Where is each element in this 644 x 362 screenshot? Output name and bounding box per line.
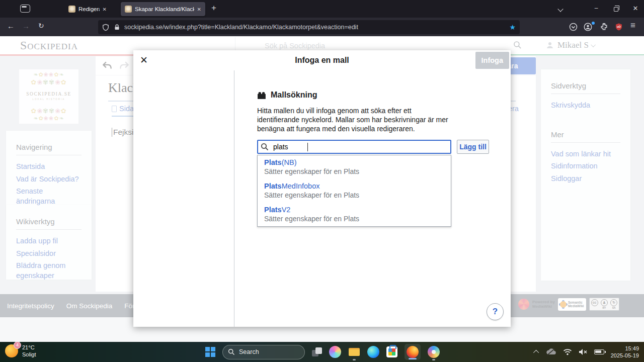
paint-app-icon[interactable] — [428, 346, 440, 358]
template-puzzle-icon — [257, 91, 267, 100]
screen: Redigerar Bruksanvisning:AttBi ✕ Skapar … — [0, 0, 644, 362]
tray-chevron-up-icon[interactable] — [533, 350, 539, 355]
lock-icon[interactable] — [114, 24, 120, 31]
svg-text:uO: uO — [617, 25, 621, 28]
weather-widget[interactable]: 4 21°CSoligt — [5, 344, 36, 358]
volume-muted-icon[interactable] — [579, 348, 588, 355]
help-button[interactable]: ? — [487, 303, 504, 320]
tracking-shield-icon[interactable] — [102, 24, 109, 31]
clock-date: 2025-05-19 — [611, 352, 639, 359]
window-restore-button[interactable] — [606, 0, 626, 17]
running-indicator — [353, 359, 356, 360]
account-notification-dot — [592, 22, 595, 25]
wiki-page: Sockipedia Mikael S ❧✿❀❀✿❧ ✿❀✾✾❀✿ SOCKIP… — [0, 36, 644, 342]
window-minimize-button[interactable]: – — [586, 0, 606, 17]
tab-favicon — [68, 6, 75, 13]
microsoft-store-icon[interactable] — [386, 346, 397, 357]
browser-titlebar: Redigerar Bruksanvisning:AttBi ✕ Skapar … — [0, 0, 644, 18]
dialog-body: Mallsökning Hitta mallen du vill infoga … — [133, 70, 511, 327]
menu-hamburger-icon[interactable]: ≡ — [630, 21, 635, 31]
clock-time: 15:49 — [611, 345, 639, 352]
tab-close-icon[interactable]: ✕ — [103, 7, 107, 12]
search-results-dropdown: Plats(NB) Sätter egenskaper för en Plats… — [257, 155, 451, 227]
taskbar-clock[interactable]: 15:49 2025-05-19 — [611, 345, 639, 359]
windows-taskbar: 4 21°CSoligt Search 15:49 202 — [0, 342, 644, 362]
insert-button-disabled[interactable]: Infoga — [475, 52, 510, 69]
list-tabs-chevron-icon[interactable] — [557, 6, 563, 12]
forward-button[interactable]: → — [22, 22, 30, 30]
account-icon[interactable] — [584, 23, 592, 31]
weather-badge: 4 — [14, 341, 21, 349]
onedrive-offline-cloud-icon[interactable] — [545, 348, 556, 356]
back-button[interactable]: ← — [7, 22, 15, 30]
insert-template-dialog: ✕ Infoga en mall Infoga Mallsökning Hitt… — [133, 50, 511, 327]
firefox-icon — [407, 346, 419, 358]
ublock-shield-icon[interactable]: uO — [615, 23, 623, 31]
wifi-icon[interactable] — [563, 348, 572, 355]
firefox-view-icon[interactable] — [20, 5, 30, 13]
dialog-header: ✕ Infoga en mall Infoga — [133, 50, 511, 70]
system-tray: 15:49 2025-05-19 — [535, 342, 639, 362]
battery-icon[interactable] — [594, 349, 604, 354]
new-tab-button[interactable]: + — [211, 3, 216, 13]
search-description: Hitta mallen du vill infoga genom att sö… — [257, 106, 454, 133]
result-platsv2[interactable]: PlatsV2 Sätter egenskaper för en Plats — [258, 203, 451, 226]
section-heading: Mallsökning — [257, 90, 511, 100]
result-platsmedinfobox[interactable]: PlatsMedInfobox Sätter egenskaper för en… — [258, 179, 451, 203]
text-caret — [307, 143, 308, 151]
template-list-pane — [133, 70, 234, 327]
close-icon[interactable]: ✕ — [140, 54, 148, 66]
add-button[interactable]: Lägg till — [457, 140, 489, 154]
tab-title: Skapar Klackland/Klackamo/Klac — [135, 6, 194, 12]
template-search-input[interactable] — [257, 140, 451, 154]
browser-tab-2-active[interactable]: Skapar Klackland/Klackamo/Klac ✕ — [121, 2, 205, 16]
task-view-icon[interactable] — [312, 347, 322, 356]
url-bar[interactable]: sockipedia.se/w/index.php?title=Klacklan… — [98, 20, 520, 34]
browser-tab-1[interactable]: Redigerar Bruksanvisning:AttBi ✕ — [64, 2, 111, 16]
taskbar-search-label: Search — [239, 348, 259, 355]
running-indicator — [432, 359, 435, 360]
firefox-taskbar-active[interactable] — [405, 344, 421, 360]
active-app-indicator — [409, 358, 417, 359]
tab-favicon — [125, 6, 132, 13]
browser-toolbar: ← → ↻ sockipedia.se/w/index.php?title=Kl… — [0, 18, 644, 36]
pocket-icon[interactable] — [569, 23, 578, 31]
tab-close-icon[interactable]: ✕ — [197, 7, 201, 12]
search-icon — [261, 143, 269, 151]
result-plats-nb[interactable]: Plats(NB) Sätter egenskaper för en Plats — [258, 155, 451, 179]
file-explorer-icon[interactable] — [348, 346, 360, 358]
template-search-row: Lägg till — [257, 140, 511, 154]
copilot-icon[interactable] — [329, 346, 341, 358]
taskbar-search[interactable]: Search — [222, 345, 305, 359]
weather-condition: Soligt — [22, 351, 36, 358]
dialog-title: Infoga en mall — [133, 50, 511, 70]
sun-icon: 4 — [5, 344, 18, 357]
edge-browser-icon[interactable] — [367, 346, 379, 358]
reload-button[interactable]: ↻ — [38, 22, 44, 30]
start-button[interactable] — [205, 347, 215, 357]
url-text: sockipedia.se/w/index.php?title=Klacklan… — [124, 24, 509, 31]
weather-temp: 21°C — [22, 344, 36, 351]
window-close-button[interactable]: ✕ — [625, 0, 644, 17]
search-icon — [228, 348, 235, 355]
bookmark-star-icon[interactable]: ★ — [509, 23, 516, 31]
template-search-pane: Mallsökning Hitta mallen du vill infoga … — [234, 70, 511, 327]
tab-title: Redigerar Bruksanvisning:AttBi — [78, 6, 100, 12]
extensions-puzzle-icon[interactable] — [600, 23, 608, 31]
